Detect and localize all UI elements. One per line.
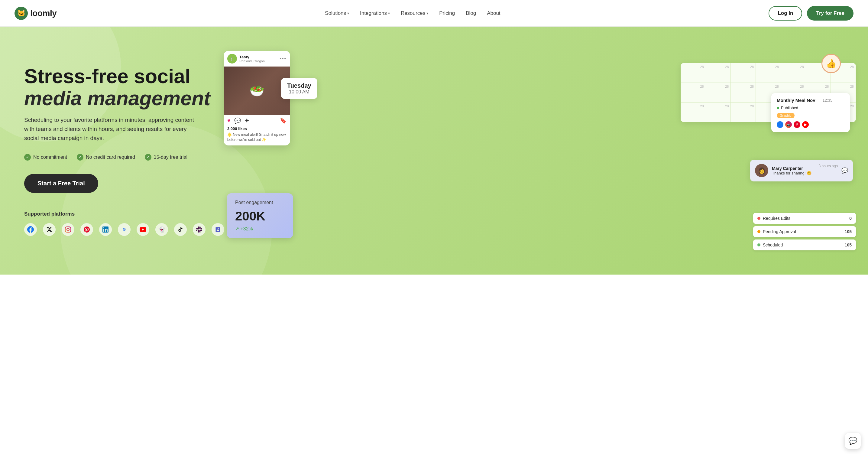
linkedin-platform-icon — [99, 223, 112, 236]
hero-title: Stress-free social media management — [24, 65, 230, 109]
hero-subtitle: Scheduling to your favorite platforms in… — [24, 116, 199, 143]
platform-icons-list: G 👻 — [24, 223, 230, 236]
nav-solutions[interactable]: Solutions ▾ — [325, 10, 349, 16]
comment-icon[interactable]: 💬 — [234, 117, 241, 124]
cal-cell: 28 — [731, 83, 755, 102]
facebook-icon: f — [777, 121, 783, 128]
nav-resources[interactable]: Resources ▾ — [401, 10, 428, 16]
cal-cell: 28 — [731, 102, 755, 122]
meal-card-header: Monthly Meal Nov 12:35 ⋮ — [777, 97, 844, 103]
post-card-actions: ♥ 💬 ✈ 🔖 — [224, 115, 290, 126]
chevron-down-icon: ▾ — [427, 11, 428, 16]
facebook-platform-icon — [24, 223, 37, 236]
nav-about[interactable]: About — [487, 10, 500, 16]
twitter-x-platform-icon — [43, 223, 56, 236]
meal-card-tag: Graphic — [777, 113, 795, 118]
login-button[interactable]: Log In — [769, 6, 802, 21]
snapchat-platform-icon: 👻 — [155, 223, 168, 236]
cal-cell: 28 — [681, 102, 706, 122]
check-no-commitment: ✓ No commitment — [24, 154, 67, 160]
requires-edits-bar: Requires Edits 0 — [753, 213, 856, 224]
teams-platform-icon — [212, 223, 224, 236]
comment-card: 👩 Mary Carpenter Thanks for sharing! 😊 3… — [750, 160, 853, 181]
hero-checks: ✓ No commitment ✓ No credit card require… — [24, 154, 230, 160]
check-icon-3: ✓ — [145, 154, 151, 160]
logo[interactable]: 🐱 loomly — [14, 7, 57, 20]
supported-platforms: Supported platforms — [24, 211, 230, 236]
chevron-down-icon: ▾ — [388, 11, 390, 16]
google-business-platform-icon: G — [118, 223, 130, 236]
tiktok-platform-icon — [174, 223, 187, 236]
cal-cell: 28 — [706, 83, 731, 102]
comment-avatar: 👩 — [755, 164, 768, 177]
comment-time: 3 hours ago — [819, 164, 838, 168]
nav-pricing[interactable]: Pricing — [439, 10, 455, 16]
comment-bubble-icon: 💬 — [841, 167, 848, 174]
logo-icon: 🐱 — [14, 7, 28, 20]
nav-integrations[interactable]: Integrations ▾ — [360, 10, 390, 16]
check-icon-1: ✓ — [24, 154, 31, 160]
comment-body: Mary Carpenter Thanks for sharing! 😊 — [772, 166, 815, 175]
hero-section: Stress-free social media management Sche… — [0, 27, 868, 275]
check-no-credit-card: ✓ No credit card required — [77, 154, 135, 160]
status-bars: Requires Edits 0 Pending Approval 105 Sc… — [753, 213, 856, 250]
check-icon-2: ✓ — [77, 154, 84, 160]
youtube-platform-icon — [136, 223, 149, 236]
cal-cell: 28 — [781, 63, 806, 83]
instagram-icon: 📷 — [785, 121, 792, 128]
nav-links: Solutions ▾ Integrations ▾ Resources ▾ P… — [325, 10, 500, 16]
instagram-post-card: 🍴 Tasty Portland, Oregon ••• 🥗 ♥ 💬 ✈ 🔖 3… — [224, 51, 290, 146]
hero-visual: 👍 🍴 Tasty Portland, Oregon ••• 🥗 ♥ 💬 ✈ 🔖… — [230, 45, 844, 256]
post-likes-count: 3,000 likes — [224, 126, 290, 132]
instagram-platform-icon — [62, 223, 74, 236]
cal-cell: 28 — [731, 63, 755, 83]
meal-card-status: Published — [777, 105, 844, 110]
food-image: 🥗 — [224, 66, 290, 115]
thumbs-up-icon: 👍 — [822, 54, 841, 73]
cal-cell: 28 — [756, 63, 781, 83]
meal-card-platforms: f 📷 P ▶ — [777, 121, 844, 128]
nav-blog[interactable]: Blog — [466, 10, 476, 16]
tuesday-popup: Tuesday 10:00 AM — [281, 78, 317, 99]
pending-approval-dot — [757, 230, 761, 233]
monthly-meal-card: Monthly Meal Nov 12:35 ⋮ Published Graph… — [771, 93, 850, 132]
cal-cell: 28 — [706, 102, 731, 122]
cal-cell: 28 — [681, 83, 706, 102]
check-free-trial: ✓ 15-day free trial — [145, 154, 187, 160]
post-card-image: 🥗 — [224, 66, 290, 115]
start-free-trial-button[interactable]: Start a Free Trial — [24, 174, 98, 193]
logo-text: loomly — [30, 8, 57, 18]
post-caption: 🌟 New meal alert! Snatch it up now befor… — [224, 132, 290, 146]
try-free-button[interactable]: Try for Free — [807, 6, 854, 21]
meal-card-more-icon[interactable]: ⋮ — [840, 97, 844, 103]
cal-cell: 28 — [681, 63, 706, 83]
youtube-icon: ▶ — [802, 121, 809, 128]
cal-cell: 28 — [706, 63, 731, 83]
slack-platform-icon — [193, 223, 206, 236]
navbar: 🐱 loomly Solutions ▾ Integrations ▾ Reso… — [0, 0, 868, 27]
scheduled-bar: Scheduled 105 — [753, 240, 856, 250]
save-icon[interactable]: 🔖 — [280, 117, 286, 124]
post-more-icon[interactable]: ••• — [280, 56, 286, 61]
hero-content: Stress-free social media management Sche… — [24, 65, 230, 236]
scheduled-dot — [757, 243, 761, 246]
share-icon[interactable]: ✈ — [245, 117, 249, 124]
post-account-avatar: 🍴 — [227, 54, 237, 63]
chevron-down-icon: ▾ — [347, 11, 349, 16]
requires-edits-dot — [757, 217, 761, 220]
published-dot — [777, 107, 779, 109]
post-account-info: Tasty Portland, Oregon — [239, 55, 280, 63]
nav-actions: Log In Try for Free — [769, 6, 854, 21]
post-card-header: 🍴 Tasty Portland, Oregon ••• — [224, 51, 290, 66]
pinterest-icon: P — [794, 121, 800, 128]
like-icon[interactable]: ♥ — [227, 118, 230, 124]
pending-approval-bar: Pending Approval 105 — [753, 226, 856, 237]
pinterest-platform-icon — [81, 223, 93, 236]
engagement-card: Post engagement 200K ↗ +32% — [227, 193, 293, 238]
